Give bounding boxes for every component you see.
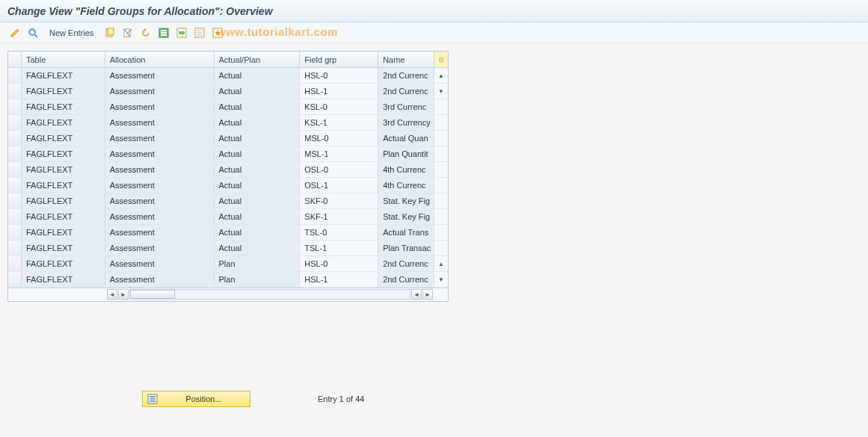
cell-name[interactable]: 2nd Currenc bbox=[378, 68, 434, 83]
row-selector[interactable] bbox=[8, 99, 22, 114]
cell-allocation[interactable]: Assessment bbox=[105, 225, 215, 240]
row-selector[interactable] bbox=[8, 162, 22, 177]
cell-table[interactable]: FAGLFLEXT bbox=[22, 146, 105, 161]
vscroll-cell[interactable] bbox=[434, 193, 448, 208]
details-icon[interactable] bbox=[25, 25, 40, 40]
cell-actual-plan[interactable]: Actual bbox=[215, 84, 301, 99]
vscroll-cell[interactable] bbox=[434, 131, 448, 146]
cell-name[interactable]: 2nd Currenc bbox=[378, 256, 434, 271]
row-selector[interactable] bbox=[8, 131, 22, 146]
cell-table[interactable]: FAGLFLEXT bbox=[22, 209, 105, 224]
cell-name[interactable]: Plan Quantit bbox=[378, 146, 434, 161]
column-field-grp[interactable]: Field grp bbox=[300, 52, 378, 67]
vscroll-cell[interactable] bbox=[434, 209, 448, 224]
cell-name[interactable]: Stat. Key Fig bbox=[378, 193, 434, 208]
row-selector[interactable] bbox=[8, 115, 22, 130]
row-selector[interactable] bbox=[8, 193, 22, 208]
row-selector[interactable] bbox=[8, 178, 22, 193]
cell-field-grp[interactable]: KSL-1 bbox=[300, 115, 378, 130]
cell-actual-plan[interactable]: Actual bbox=[215, 193, 301, 208]
cell-allocation[interactable]: Assessment bbox=[105, 115, 215, 130]
cell-allocation[interactable]: Assessment bbox=[105, 193, 215, 208]
row-selector[interactable] bbox=[8, 272, 22, 287]
cell-field-grp[interactable]: OSL-1 bbox=[300, 178, 378, 193]
column-row-selector[interactable] bbox=[8, 52, 22, 67]
cell-actual-plan[interactable]: Actual bbox=[215, 146, 301, 161]
row-selector[interactable] bbox=[8, 256, 22, 271]
cell-allocation[interactable]: Assessment bbox=[105, 84, 215, 99]
cell-allocation[interactable]: Assessment bbox=[105, 209, 215, 224]
vscroll-cell[interactable] bbox=[434, 241, 448, 255]
vscroll-cell[interactable] bbox=[434, 178, 448, 193]
cell-allocation[interactable]: Assessment bbox=[105, 99, 215, 114]
cell-allocation[interactable]: Assessment bbox=[105, 146, 215, 161]
cell-table[interactable]: FAGLFLEXT bbox=[22, 131, 105, 146]
column-actual-plan[interactable]: Actual/Plan bbox=[215, 52, 301, 67]
cell-table[interactable]: FAGLFLEXT bbox=[22, 225, 105, 240]
cell-actual-plan[interactable]: Plan bbox=[215, 256, 301, 271]
cell-field-grp[interactable]: HSL-0 bbox=[300, 68, 378, 83]
cell-actual-plan[interactable]: Actual bbox=[215, 209, 301, 224]
cell-actual-plan[interactable]: Plan bbox=[215, 272, 301, 287]
cell-allocation[interactable]: Assessment bbox=[105, 241, 215, 255]
cell-actual-plan[interactable]: Actual bbox=[215, 115, 301, 130]
cell-name[interactable]: Actual Quan bbox=[378, 131, 434, 146]
table-settings-icon[interactable] bbox=[210, 25, 225, 40]
row-selector[interactable] bbox=[8, 209, 22, 224]
cell-name[interactable]: 4th Currenc bbox=[378, 162, 434, 177]
select-all-icon[interactable] bbox=[156, 25, 171, 40]
cell-table[interactable]: FAGLFLEXT bbox=[22, 256, 105, 271]
scroll-track[interactable] bbox=[129, 289, 410, 300]
cell-name[interactable]: Plan Transac bbox=[378, 241, 434, 255]
column-name[interactable]: Name bbox=[378, 52, 434, 67]
deselect-all-icon[interactable] bbox=[192, 25, 207, 40]
cell-field-grp[interactable]: MSL-1 bbox=[300, 146, 378, 161]
cell-table[interactable]: FAGLFLEXT bbox=[22, 84, 105, 99]
scroll-thumb[interactable] bbox=[130, 290, 175, 299]
cell-table[interactable]: FAGLFLEXT bbox=[22, 99, 105, 114]
cell-allocation[interactable]: Assessment bbox=[105, 178, 215, 193]
cell-field-grp[interactable]: HSL-1 bbox=[300, 84, 378, 99]
vscroll-cell[interactable] bbox=[434, 99, 448, 114]
cell-field-grp[interactable]: KSL-0 bbox=[300, 99, 378, 114]
cell-table[interactable]: FAGLFLEXT bbox=[22, 115, 105, 130]
cell-name[interactable]: Stat. Key Fig bbox=[378, 209, 434, 224]
copy-as-icon[interactable] bbox=[102, 25, 117, 40]
row-selector[interactable] bbox=[8, 146, 22, 161]
cell-name[interactable]: 2nd Currenc bbox=[378, 84, 434, 99]
column-allocation[interactable]: Allocation bbox=[105, 52, 215, 67]
cell-table[interactable]: FAGLFLEXT bbox=[22, 68, 105, 83]
cell-actual-plan[interactable]: Actual bbox=[215, 99, 301, 114]
row-selector[interactable] bbox=[8, 225, 22, 240]
cell-name[interactable]: 4th Currenc bbox=[378, 178, 434, 193]
cell-table[interactable]: FAGLFLEXT bbox=[22, 272, 105, 287]
cell-allocation[interactable]: Assessment bbox=[105, 272, 215, 287]
cell-table[interactable]: FAGLFLEXT bbox=[22, 162, 105, 177]
cell-actual-plan[interactable]: Actual bbox=[215, 241, 301, 255]
vscroll-cell[interactable] bbox=[434, 225, 448, 240]
cell-actual-plan[interactable]: Actual bbox=[215, 162, 301, 177]
cell-allocation[interactable]: Assessment bbox=[105, 131, 215, 146]
configure-columns-icon[interactable] bbox=[434, 52, 448, 67]
cell-allocation[interactable]: Assessment bbox=[105, 162, 215, 177]
cell-name[interactable]: 3rd Currenc bbox=[378, 99, 434, 114]
cell-field-grp[interactable]: TSL-0 bbox=[300, 225, 378, 240]
cell-name[interactable]: 2nd Currenc bbox=[378, 272, 434, 287]
toggle-display-change-icon[interactable] bbox=[7, 25, 22, 40]
position-button[interactable]: Position... bbox=[142, 391, 250, 407]
cell-actual-plan[interactable]: Actual bbox=[215, 178, 301, 193]
vscroll-cell[interactable] bbox=[434, 115, 448, 130]
vscroll-cell[interactable] bbox=[434, 162, 448, 177]
cell-field-grp[interactable]: TSL-1 bbox=[300, 241, 378, 255]
scroll-left-end-icon[interactable]: ◄ bbox=[411, 289, 422, 300]
vscroll-cell[interactable]: ▼ bbox=[434, 84, 448, 99]
scroll-left-icon[interactable]: ◄ bbox=[107, 289, 117, 300]
vscroll-cell[interactable]: ▲ bbox=[434, 256, 448, 271]
cell-table[interactable]: FAGLFLEXT bbox=[22, 178, 105, 193]
row-selector[interactable] bbox=[8, 84, 22, 99]
vscroll-cell[interactable]: ▲ bbox=[434, 68, 448, 83]
cell-field-grp[interactable]: HSL-0 bbox=[300, 256, 378, 271]
row-selector[interactable] bbox=[8, 241, 22, 255]
cell-field-grp[interactable]: OSL-0 bbox=[300, 162, 378, 177]
vscroll-cell[interactable]: ▼ bbox=[434, 272, 448, 287]
